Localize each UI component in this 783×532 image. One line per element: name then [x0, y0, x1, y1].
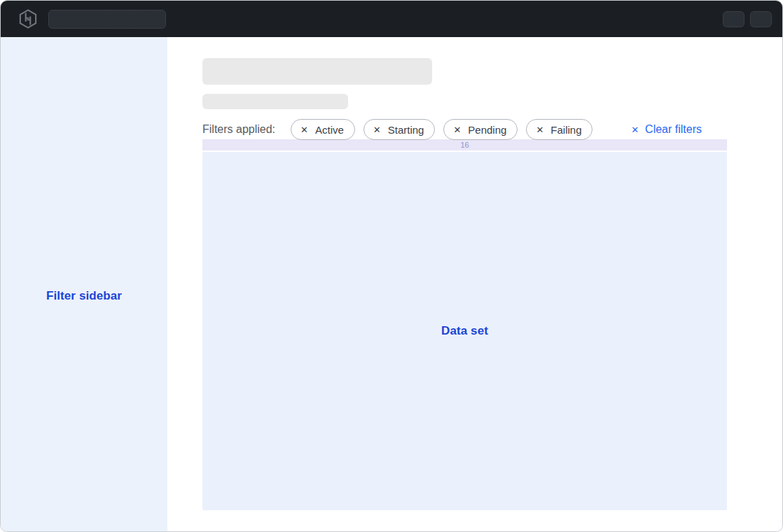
filter-chip-failing[interactable]: ✕ Failing [526, 119, 593, 140]
filter-chip-active[interactable]: ✕ Active [291, 119, 355, 140]
nav-search-skeleton [48, 10, 166, 29]
window-body: Filter sidebar Filters applied: ✕ Active… [1, 37, 782, 531]
data-set-region: Data set [202, 152, 727, 510]
page-subtitle-skeleton [202, 94, 348, 109]
filter-chip-label: Starting [388, 124, 424, 136]
header-action-skeleton-1 [723, 11, 744, 27]
page-title-skeleton [202, 58, 432, 85]
result-count-value: 16 [460, 141, 469, 149]
filters-applied-row: Filters applied: ✕ Active ✕ Starting ✕ P… [202, 119, 727, 140]
clear-filters-label: Clear filters [645, 123, 702, 136]
filter-sidebar-label: Filter sidebar [46, 289, 122, 303]
close-icon[interactable]: ✕ [300, 125, 308, 134]
app-window: Filter sidebar Filters applied: ✕ Active… [0, 0, 783, 532]
filter-sidebar: Filter sidebar [1, 37, 167, 531]
result-count-bar: 16 [202, 139, 727, 150]
top-nav-bar [1, 1, 782, 37]
clear-filters-link[interactable]: ✕ Clear filters [631, 123, 702, 136]
close-icon[interactable]: ✕ [453, 125, 461, 134]
close-icon[interactable]: ✕ [536, 125, 543, 134]
header-action-skeleton-2 [750, 11, 772, 27]
filter-chip-label: Failing [550, 124, 581, 136]
close-icon[interactable]: ✕ [373, 125, 381, 134]
filter-chip-label: Active [315, 124, 344, 136]
data-set-label: Data set [441, 324, 488, 338]
hashicorp-logo-icon[interactable] [18, 8, 39, 29]
filter-chip-starting[interactable]: ✕ Starting [363, 119, 436, 140]
filters-applied-label: Filters applied: [202, 123, 275, 136]
filter-chip-list: ✕ Active ✕ Starting ✕ Pending ✕ Failing [291, 119, 593, 140]
main-content: Filters applied: ✕ Active ✕ Starting ✕ P… [167, 37, 782, 531]
filter-chip-label: Pending [468, 124, 506, 136]
filter-chip-pending[interactable]: ✕ Pending [443, 119, 518, 140]
close-icon: ✕ [631, 125, 639, 134]
